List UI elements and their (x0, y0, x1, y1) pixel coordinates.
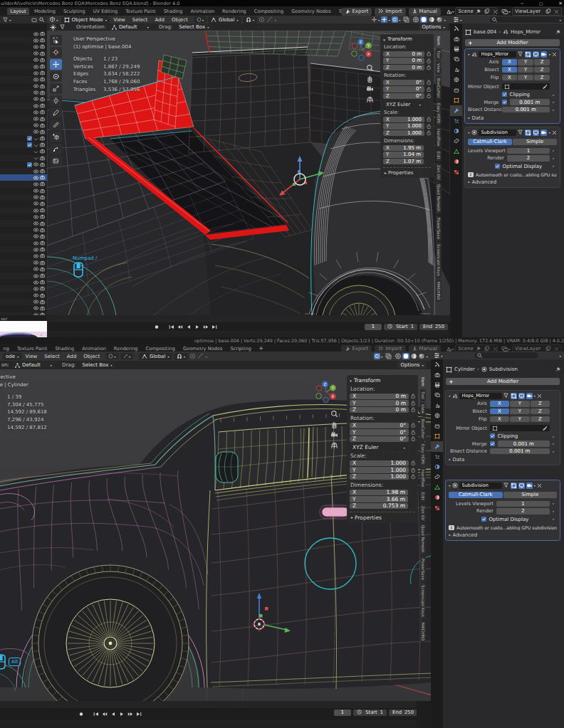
options-dropdown[interactable]: Options▾ (397, 362, 427, 369)
properties-header-caret-icon[interactable]: ▾ (559, 354, 561, 357)
mode-dropdown[interactable]: Object Mode▾ (61, 16, 110, 23)
falloff-dropdown[interactable]: ▾ (120, 353, 134, 359)
hide-viewport-icon[interactable] (33, 32, 38, 36)
disable-render-icon[interactable] (40, 286, 45, 291)
outliner-row[interactable] (0, 233, 47, 240)
transform-panel-header[interactable]: ▾Transform (350, 377, 415, 384)
minimize-button[interactable]: ─ (521, 1, 523, 6)
axis-y-button[interactable]: Y (518, 59, 533, 65)
sidebar-tab-hardflow[interactable]: Hardflow (436, 127, 442, 149)
clear-icon[interactable] (493, 347, 498, 352)
outliner-row[interactable] (0, 155, 47, 162)
mode-dropdown[interactable]: ode▾ (3, 353, 22, 360)
lock-open-icon[interactable] (427, 124, 431, 129)
rotation-mode-dropdown[interactable]: XYZ Euler▾ (350, 444, 408, 450)
start-frame-field[interactable]: Start1 (353, 709, 387, 716)
navigation-gizmo[interactable]: ZYX (315, 381, 338, 403)
outliner-row[interactable] (0, 201, 47, 207)
outliner-row[interactable] (0, 253, 47, 259)
add-cube-tool-button[interactable] (50, 132, 62, 142)
disable-render-icon[interactable] (40, 84, 45, 89)
hide-viewport-icon[interactable] (33, 189, 38, 193)
animate-dot-icon[interactable]: • (550, 509, 557, 514)
disable-render-icon[interactable] (40, 77, 45, 82)
location-x-field[interactable]: X0 m (350, 394, 409, 400)
viewlayer-caret-icon[interactable]: ▾ (508, 10, 511, 14)
lock-open-icon[interactable] (411, 394, 415, 399)
clipping-toggle[interactable]: Clipping (502, 92, 550, 97)
lock-open-icon[interactable] (427, 65, 431, 70)
sidebar-tab-powersave[interactable]: PowerSave (436, 216, 442, 241)
render-levels-field[interactable]: 2 (507, 155, 550, 162)
sidebar-tab-screencast-keys[interactable]: Screencast Keys (436, 242, 442, 278)
properties-tab-data[interactable] (431, 482, 443, 492)
disable-render-icon[interactable] (40, 241, 45, 246)
scale-tool-button[interactable] (50, 83, 62, 94)
expand-icon[interactable] (33, 149, 38, 154)
collection-checkbox-icon[interactable] (27, 136, 32, 141)
disable-render-icon[interactable] (40, 221, 45, 226)
filter-search-icon[interactable] (39, 17, 44, 22)
breadcrumb-modifier-name[interactable]: Subdivision (489, 366, 518, 372)
sidebar-tab-item[interactable]: Item (420, 375, 426, 389)
options-dropdown[interactable]: Options▾ (419, 23, 448, 31)
modifier-name-field[interactable]: Subdivision (459, 482, 502, 489)
next-keyframe-button[interactable] (202, 324, 209, 330)
dimensions-y-field[interactable]: Y1.04 m (383, 152, 424, 158)
disable-render-icon[interactable] (40, 293, 45, 298)
workspace-tab-compositing[interactable]: Compositing (251, 8, 286, 15)
pin-icon[interactable] (476, 9, 481, 14)
outliner-row[interactable] (0, 90, 47, 96)
orientation-dropdown[interactable]: Global▾ (208, 16, 241, 23)
filter-icon[interactable] (60, 24, 66, 31)
lock-open-icon[interactable] (411, 423, 415, 428)
viewport-3d-top[interactable]: User Perspective(1) optimise | base.004O… (47, 31, 450, 315)
editor-caret-icon[interactable]: ▾ (56, 18, 58, 21)
editor-type-button[interactable]: ▾ (49, 16, 58, 23)
previous-keyframe-button[interactable] (176, 324, 184, 330)
clipping-checkbox-icon[interactable] (502, 92, 508, 97)
rotation-z-field[interactable]: Z0° (350, 436, 409, 443)
outliner-row[interactable] (0, 135, 47, 142)
bisect-y-button[interactable]: Y (518, 67, 533, 73)
flip-x-button[interactable]: X (490, 416, 509, 423)
hide-viewport-icon[interactable] (33, 162, 38, 167)
axis-y-button[interactable]: Y (510, 401, 529, 407)
hide-viewport-icon[interactable] (33, 209, 38, 213)
workspace-tab-animation[interactable]: Animation (187, 8, 218, 15)
properties-tab-scene[interactable] (431, 401, 443, 411)
display-in-editmode-icon[interactable] (511, 482, 517, 489)
lock-open-icon[interactable] (411, 474, 415, 479)
disable-render-icon[interactable] (40, 64, 45, 69)
modifier-collapse-icon[interactable]: ▾ (449, 484, 451, 487)
mirror-object-field[interactable] (490, 425, 550, 431)
eyedropper-icon[interactable] (542, 84, 548, 90)
jump-to-start-button[interactable] (92, 711, 100, 717)
falloff-curve-icon[interactable] (266, 16, 273, 23)
hide-viewport-icon[interactable] (33, 58, 38, 62)
sidebar-tab-boxcutter[interactable]: BoxCutter (420, 417, 426, 441)
menu-select[interactable]: Select (129, 17, 152, 23)
rotation-y-field[interactable]: Y0° (350, 429, 409, 436)
disable-render-icon[interactable] (40, 273, 45, 278)
animate-dot-icon[interactable]: • (550, 164, 557, 169)
hide-viewport-icon[interactable] (33, 228, 38, 232)
menu-add[interactable]: Add (63, 354, 80, 359)
menu-view[interactable]: View (110, 17, 129, 23)
display-render-icon[interactable] (540, 130, 547, 136)
merge-checkbox-icon[interactable] (502, 100, 508, 105)
workspace-tab-geometry-nodes[interactable]: Geometry Nodes (179, 345, 226, 352)
disable-render-icon[interactable] (40, 300, 45, 305)
disable-render-icon[interactable] (40, 123, 45, 128)
expand-icon[interactable] (33, 137, 38, 141)
pan-hand-icon[interactable] (366, 75, 374, 83)
play-button[interactable] (118, 711, 125, 717)
clipping-toggle[interactable]: Clipping (490, 433, 550, 439)
hide-viewport-icon[interactable] (33, 215, 38, 219)
camera-view-icon[interactable] (330, 431, 338, 439)
display-realtime-icon[interactable] (518, 482, 525, 489)
clear-icon[interactable] (554, 9, 559, 14)
menu-object[interactable]: Object (168, 17, 192, 23)
hide-viewport-icon[interactable] (33, 104, 38, 108)
display-in-editmode-icon[interactable] (525, 51, 531, 58)
